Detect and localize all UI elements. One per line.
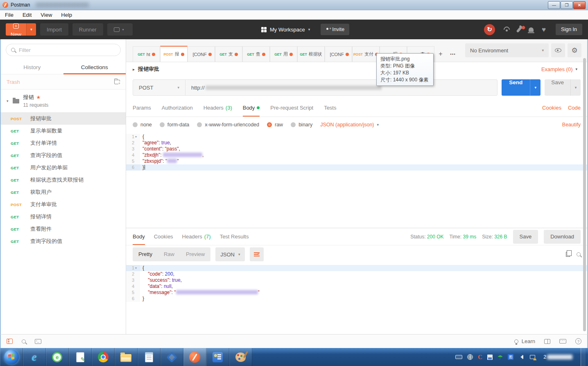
url-input[interactable]: http:// xyxy=(185,80,497,95)
taskbar-360-browser-button[interactable]: e xyxy=(46,348,69,366)
request-list-item[interactable]: GET 根据状态查找关联报销 xyxy=(1,174,126,186)
request-list-item[interactable]: GET 查询字段的值 xyxy=(1,235,126,247)
body-mode-radio[interactable]: none xyxy=(133,122,152,128)
tray-umbrella-antivirus-icon[interactable]: ☂ xyxy=(498,354,503,360)
collection-item[interactable]: ▾ 报销★ 11 requests xyxy=(1,90,126,112)
taskbar-notepad-button[interactable] xyxy=(138,348,161,366)
request-list-item[interactable]: GET 查看附件 xyxy=(1,223,126,235)
taskbar-control-panel-button[interactable] xyxy=(206,348,229,366)
method-selector[interactable]: POST▾ xyxy=(133,80,185,95)
taskbar-chrome-button[interactable] xyxy=(92,348,115,366)
search-response-icon[interactable] xyxy=(577,252,581,256)
open-request-tab[interactable]: GET 支 xyxy=(215,46,242,62)
filter-input[interactable] xyxy=(19,47,115,53)
workspace-selector[interactable]: My Workspace ▾ Invite xyxy=(261,24,349,35)
search-icon[interactable] xyxy=(22,339,26,344)
sync-icon[interactable]: ↻ xyxy=(484,24,495,35)
tray-volume-icon[interactable] xyxy=(518,355,523,359)
help-icon[interactable]: ? xyxy=(575,338,581,344)
beautify-link[interactable]: Beautify xyxy=(562,122,581,128)
filter-search-box[interactable] xyxy=(6,44,121,56)
request-list-item[interactable]: GET 获取用户 xyxy=(1,186,126,198)
sign-in-button[interactable]: Sign In xyxy=(556,24,582,35)
download-response-button[interactable]: Download xyxy=(544,230,581,244)
request-section-tab[interactable]: Pre-request Script xyxy=(270,99,313,117)
taskbar-app-button[interactable] xyxy=(161,348,183,366)
request-title-caret[interactable]: ▸ xyxy=(133,67,135,72)
builder-window-button[interactable] xyxy=(107,23,133,36)
taskbar-postman-button[interactable] xyxy=(183,348,206,366)
request-section-tab[interactable]: Tests xyxy=(324,99,336,117)
new-tab-button[interactable]: + xyxy=(434,46,447,62)
content-type-selector[interactable]: JSON (application/json)▾ xyxy=(320,122,379,128)
tray-security-icon[interactable]: C xyxy=(478,354,482,361)
request-section-tab[interactable]: Body xyxy=(243,99,260,117)
learn-link[interactable]: Learn xyxy=(522,338,535,344)
request-list-item[interactable]: GET 用户发起的单据 xyxy=(1,162,126,174)
menu-item[interactable]: File xyxy=(5,12,14,18)
invite-button[interactable]: Invite xyxy=(321,24,349,35)
environment-settings-button[interactable]: ⚙ xyxy=(568,43,581,57)
tab-overflow-button[interactable]: ••• xyxy=(447,46,459,62)
request-section-tab[interactable]: Headers (3) xyxy=(204,99,232,117)
new-button[interactable]: +New ▾ xyxy=(6,23,36,36)
collection-expand-caret[interactable]: ▾ xyxy=(7,99,9,103)
request-section-tab[interactable]: Authorization xyxy=(162,99,193,117)
open-request-tab[interactable]: GET 查 xyxy=(242,46,270,62)
send-dropdown-caret[interactable]: ▾ xyxy=(530,79,541,96)
tray-network-globe-icon[interactable] xyxy=(467,354,473,360)
runner-button[interactable]: Runner xyxy=(72,23,103,36)
taskbar-paint-button[interactable] xyxy=(229,348,252,366)
request-list-item[interactable]: GET 显示单据数量 xyxy=(1,125,126,137)
open-request-tab[interactable]: POST 报 xyxy=(160,46,188,62)
fold-caret-icon[interactable]: ▾ xyxy=(135,134,138,140)
code-link[interactable]: Code xyxy=(568,105,581,111)
menu-item[interactable]: View xyxy=(41,12,52,18)
open-request-tab[interactable]: [CONFL xyxy=(188,46,215,62)
response-section-tab[interactable]: Headers (7) xyxy=(182,228,211,245)
restore-button[interactable]: ❐ xyxy=(561,1,573,9)
start-button[interactable] xyxy=(0,348,23,366)
request-list-item[interactable]: POST 支付单审批 xyxy=(1,198,126,211)
save-dropdown-caret[interactable]: ▾ xyxy=(570,79,581,96)
response-format-selector[interactable]: JSON▾ xyxy=(215,247,245,261)
tray-keyboard-icon[interactable] xyxy=(455,355,462,359)
keyboard-shortcuts-icon[interactable] xyxy=(559,339,566,344)
request-list-item[interactable]: GET 支付单详情 xyxy=(1,137,126,149)
tray-network-warning-icon[interactable] xyxy=(530,355,535,359)
body-mode-radio[interactable]: x-www-form-urlencoded xyxy=(197,122,259,128)
console-icon[interactable] xyxy=(35,339,41,344)
request-list-item[interactable]: GET 查询字段的值 xyxy=(1,149,126,162)
save-response-button[interactable]: Save xyxy=(513,230,538,244)
open-request-tab[interactable]: GET 用 xyxy=(270,46,297,62)
taskbar-explorer-button[interactable] xyxy=(115,348,138,366)
open-request-tab[interactable]: GET 根据状 xyxy=(297,46,325,62)
response-section-tab[interactable]: Test Results xyxy=(220,228,249,245)
view-mode-segment[interactable]: Pretty xyxy=(133,247,158,261)
menu-item[interactable]: Help xyxy=(61,12,72,18)
learn-bulb-icon[interactable] xyxy=(514,339,518,344)
favorites-heart-icon[interactable]: ♥ xyxy=(542,26,546,33)
main-scrollbar[interactable] xyxy=(583,58,586,331)
cookies-link[interactable]: Cookies xyxy=(542,105,561,111)
close-button[interactable]: ✕ xyxy=(573,1,586,9)
minimize-button[interactable]: — xyxy=(548,1,560,9)
tray-ime-icon[interactable]: 图 xyxy=(508,354,513,360)
tray-disk-icon[interactable] xyxy=(487,355,493,360)
request-list-item[interactable]: POST 报销审批 xyxy=(1,112,126,125)
menu-item[interactable]: Edit xyxy=(23,12,32,18)
request-list-item[interactable]: GET 报销详情 xyxy=(1,211,126,223)
tab-history[interactable]: History xyxy=(1,61,63,74)
body-mode-radio[interactable]: form-data xyxy=(160,122,190,128)
taskbar-ie-button[interactable]: e xyxy=(23,348,46,366)
show-desktop-button[interactable] xyxy=(581,348,586,366)
environment-preview-button[interactable] xyxy=(551,43,565,57)
settings-wrench-icon[interactable] xyxy=(516,26,522,33)
trash-link[interactable]: Trash xyxy=(7,79,20,85)
fold-caret-icon[interactable]: ▾ xyxy=(135,265,138,271)
taskbar-clock[interactable]: 2 xyxy=(540,354,576,360)
examples-dropdown[interactable]: Examples (0)▾ xyxy=(541,66,581,72)
wrap-text-button[interactable] xyxy=(250,247,264,261)
taskbar-notepadpp-button[interactable] xyxy=(69,348,92,366)
body-mode-radio[interactable]: raw xyxy=(267,122,283,128)
